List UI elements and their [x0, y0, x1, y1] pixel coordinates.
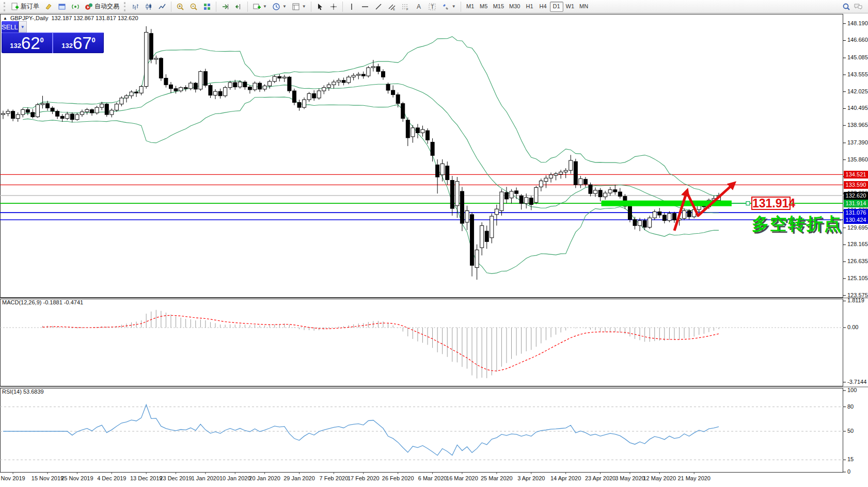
- price-marker-badge: 130.424: [844, 216, 868, 224]
- chart-shift-icon: [234, 3, 243, 11]
- fibonacci-tool-button[interactable]: F: [399, 1, 412, 12]
- sell-price-sup: 0: [40, 36, 44, 44]
- price-marker-badge: 134.521: [844, 171, 868, 178]
- signals-button[interactable]: [69, 1, 82, 12]
- price-tick-label: 129.695: [847, 224, 868, 231]
- market-watch-button[interactable]: [42, 1, 55, 12]
- volume-decrease-button[interactable]: ▼: [19, 21, 27, 33]
- candlestick-mode-button[interactable]: [143, 1, 155, 12]
- timeframe-h4[interactable]: H4: [536, 2, 550, 12]
- new-order-button[interactable]: 新订单: [9, 1, 41, 12]
- price-tick-label: 140.495: [847, 105, 868, 111]
- timeframe-m30[interactable]: M30: [507, 2, 523, 12]
- price-marker-badge: 133.590: [844, 181, 868, 189]
- auto-trading-button[interactable]: 自动交易: [83, 1, 121, 12]
- vertical-line-tool-button[interactable]: [345, 1, 358, 12]
- timeframe-w1[interactable]: W1: [563, 2, 577, 12]
- label-tool-button[interactable]: T: [426, 1, 438, 12]
- cursor-tool-button[interactable]: [314, 1, 326, 12]
- crosshair-tool-button[interactable]: [327, 1, 340, 12]
- candlestick-icon: [145, 3, 153, 11]
- auto-trading-label: 自动交易: [94, 2, 119, 11]
- tile-windows-icon: [203, 3, 211, 11]
- price-annotation-box[interactable]: 131.914: [751, 197, 791, 210]
- new-order-icon: [11, 3, 19, 11]
- window-icon: [58, 3, 66, 11]
- timeframe-d1[interactable]: D1: [550, 2, 563, 12]
- periods-button[interactable]: ▼: [270, 1, 289, 12]
- turning-point-annotation[interactable]: 多空转折点: [752, 213, 842, 236]
- macd-tick-label: 0.00: [847, 324, 858, 330]
- new-chart-button[interactable]: ▼: [250, 1, 269, 12]
- template-icon: [292, 3, 300, 11]
- zoom-out-icon: [190, 3, 198, 11]
- line-chart-icon: [158, 3, 166, 11]
- horizontal-line-tool-button[interactable]: [359, 1, 371, 12]
- sell-price[interactable]: 132 62 0: [2, 33, 52, 53]
- highlighter-icon: [44, 3, 53, 11]
- price-tick-label: 143.555: [847, 71, 868, 77]
- line-chart-mode-button[interactable]: [156, 1, 168, 12]
- volume-input[interactable]: [27, 21, 104, 33]
- trendline-tool-button[interactable]: [372, 1, 385, 12]
- rsi-tick-label: 100: [847, 387, 857, 393]
- sell-price-prefix: 132: [10, 42, 21, 50]
- symbol-ohlc: 132.187 132.867 131.817 132.620: [51, 15, 138, 21]
- timeframe-m15[interactable]: M15: [491, 2, 507, 12]
- text-tool-button[interactable]: A: [413, 1, 425, 12]
- price-marker-badge: 131.914: [844, 200, 868, 207]
- one-click-trading-panel: SELL ▼ ▲ BUY 132 62 0 132 67 0: [2, 21, 104, 53]
- dropdown-caret-icon: ▼: [282, 4, 287, 9]
- symbol-name: GBPJPY-,Daily: [10, 15, 49, 21]
- date-tick-label: 21 May 2020: [671, 475, 717, 481]
- tile-windows-button[interactable]: [201, 1, 213, 12]
- price-tick-label: 148.190: [847, 20, 868, 26]
- price-marker-badge: 131.076: [844, 209, 868, 217]
- chart-canvas[interactable]: [0, 0, 868, 487]
- auto-scroll-button[interactable]: [219, 1, 231, 12]
- timeframe-mn[interactable]: MN: [577, 2, 591, 12]
- equidistant-channel-icon: E: [388, 3, 396, 11]
- rsi-tick-label: 15: [847, 456, 854, 462]
- rsi-label: RSI(14) 53.6839: [2, 388, 44, 395]
- toolbar-grip[interactable]: [4, 2, 6, 11]
- timeframe-m5[interactable]: M5: [477, 2, 491, 12]
- search-symbols-icon[interactable]: [842, 3, 850, 11]
- toolbar-grip[interactable]: [124, 2, 127, 11]
- arrows-tool-button[interactable]: ▼: [439, 1, 458, 12]
- vertical-line-icon: [348, 3, 356, 11]
- price-tick-label: 138.965: [847, 122, 868, 128]
- channel-tool-button[interactable]: E: [386, 1, 398, 12]
- buy-price[interactable]: 132 67 0: [53, 33, 104, 53]
- new-chart-icon: [252, 3, 261, 11]
- symbol-info-line: ▲ GBPJPY-,Daily 132.187 132.867 131.817 …: [3, 15, 138, 21]
- zoom-in-icon: [176, 3, 184, 11]
- main-toolbar: 新订单 自动交易: [0, 0, 868, 13]
- templates-button[interactable]: ▼: [290, 1, 308, 12]
- chart-window: 新订单 自动交易: [0, 0, 868, 487]
- price-tick-label: 146.660: [847, 37, 868, 43]
- fibonacci-icon: F: [401, 3, 409, 11]
- svg-text:A: A: [417, 3, 421, 10]
- macd-tick-label: 1.8119: [847, 297, 864, 303]
- auto-scroll-icon: [221, 3, 229, 11]
- chat-icon[interactable]: [854, 3, 863, 11]
- price-tick-label: 137.390: [847, 139, 868, 145]
- dropdown-caret-icon: ▼: [263, 4, 267, 9]
- bar-chart-icon: [131, 3, 139, 11]
- price-tick-label: 145.085: [847, 54, 868, 60]
- zoom-in-button[interactable]: [174, 1, 186, 12]
- dropdown-caret-icon: ▼: [302, 4, 306, 9]
- sell-button[interactable]: SELL: [2, 21, 18, 33]
- zoom-out-button[interactable]: [187, 1, 200, 12]
- data-window-button[interactable]: [56, 1, 68, 12]
- trendline-icon: [374, 3, 383, 11]
- timeframe-h1[interactable]: H1: [523, 2, 536, 12]
- timeframe-m1[interactable]: M1: [464, 2, 477, 12]
- price-marker-badge: 132.620: [844, 192, 868, 200]
- chart-shift-button[interactable]: [232, 1, 245, 12]
- bar-chart-mode-button[interactable]: [129, 1, 141, 12]
- price-tick-label: 128.165: [847, 241, 868, 247]
- dropdown-caret-icon: ▼: [452, 4, 456, 9]
- macd-tick-label: -3.7144: [847, 379, 866, 385]
